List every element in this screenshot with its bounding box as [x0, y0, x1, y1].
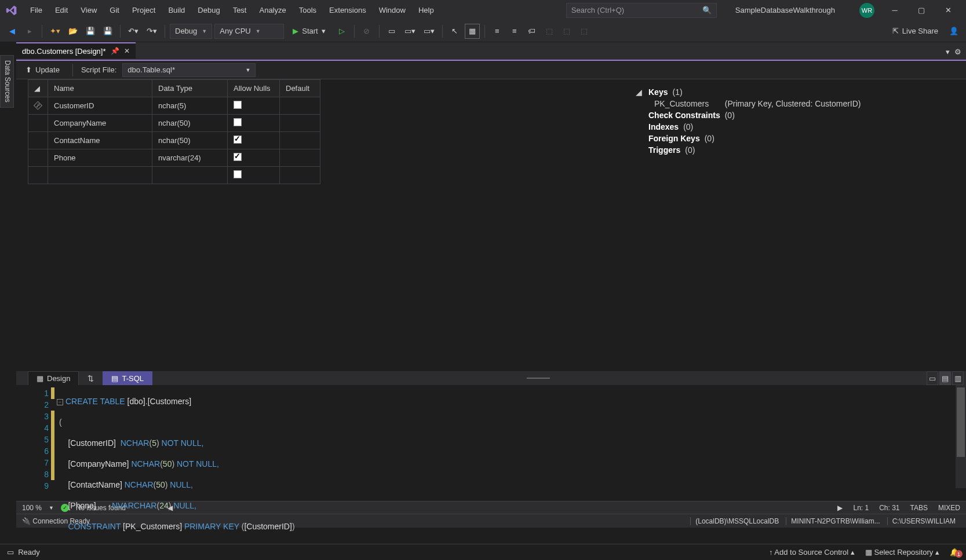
redo-button[interactable]: ↷▾ [144, 24, 160, 39]
designer-tab[interactable]: dbo.Customers [Design]* 📌 ✕ [16, 42, 136, 58]
menu-debug[interactable]: Debug [192, 3, 225, 17]
menu-analyze[interactable]: Analyze [253, 3, 291, 17]
tb-icon-2[interactable]: ▭ [384, 24, 399, 39]
line-gutter: 1 2 3 4 5 6 7 8 9 [16, 385, 57, 501]
quick-launch-search[interactable]: Search (Ctrl+Q) 🔍 [566, 3, 717, 18]
layout-icon-1[interactable]: ▭ [927, 371, 938, 385]
minimize-button[interactable]: ─ [881, 0, 908, 20]
tb-icon-9[interactable]: 🏷 [524, 24, 539, 39]
menu-tools[interactable]: Tools [293, 3, 322, 17]
tb-icon-4[interactable]: ▭▾ [421, 24, 438, 39]
design-tab[interactable]: ▦Design [28, 371, 79, 385]
save-button[interactable]: 💾 [83, 24, 98, 39]
document-area: dbo.Customers [Design]* 📌 ✕ ▾ ⚙ ⬆ Update… [16, 42, 966, 528]
title-bar: File Edit View Git Project Build Debug T… [0, 0, 966, 20]
tb-icon-10[interactable]: ⬚ [542, 24, 557, 39]
code-text[interactable]: −CREATE TABLE [dbo].[Customers] ( [Custo… [57, 385, 966, 501]
menu-file[interactable]: File [24, 3, 48, 17]
save-all-button[interactable]: 💾 [100, 24, 115, 39]
window-controls: ─ ▢ ✕ [881, 0, 961, 20]
gear-icon[interactable]: ⚙ [954, 47, 961, 56]
dropdown-icon[interactable]: ▾ [946, 47, 950, 56]
menu-edit[interactable]: Edit [49, 3, 74, 17]
tb-icon-1[interactable]: ⊘ [359, 24, 374, 39]
menu-extensions[interactable]: Extensions [323, 3, 372, 17]
nav-forward-button[interactable]: ▸ [22, 24, 37, 39]
script-file-combo[interactable]: dbo.Table.sql*▼ [122, 63, 256, 77]
close-window-button[interactable]: ✕ [935, 0, 961, 20]
upload-icon: ⬆ [25, 65, 32, 74]
tb-icon-12[interactable]: ⬚ [577, 24, 592, 39]
tsql-tab[interactable]: ▤T-SQL [103, 371, 152, 385]
col-header-default[interactable]: Default [280, 80, 320, 97]
add-source-control[interactable]: ↑ Add to Source Control ▴ [769, 548, 855, 557]
menu-help[interactable]: Help [413, 3, 440, 17]
menu-project[interactable]: Project [126, 3, 161, 17]
menu-git[interactable]: Git [104, 3, 125, 17]
main-toolbar: ◀ ▸ ✦▾ 📂 💾 💾 ↶▾ ↷▾ Debug▼ Any CPU▼ ▶Star… [0, 20, 966, 42]
allow-nulls-checkbox[interactable] [234, 101, 242, 109]
menu-build[interactable]: Build [162, 3, 191, 17]
tb-icon-3[interactable]: ▭▾ [402, 24, 418, 39]
start-debug-button[interactable]: ▶Start▾ [286, 24, 331, 39]
columns-grid[interactable]: ◢ Name Data Type Allow Nulls Default ⚿ C… [16, 79, 624, 371]
sql-editor[interactable]: 1 2 3 4 5 6 7 8 9 −CREATE TABLE [dbo].[C… [16, 385, 966, 501]
table-row[interactable]: ContactName nchar(50) [28, 132, 320, 149]
allow-nulls-checkbox[interactable] [234, 153, 242, 161]
feedback-button[interactable]: 👤 [946, 24, 961, 39]
table-row[interactable]: CompanyName nchar(50) [28, 115, 320, 132]
select-repository[interactable]: ▦ Select Repository ▴ [865, 548, 939, 557]
swap-tab[interactable]: ⇅ [79, 371, 103, 385]
allow-nulls-checkbox[interactable] [234, 136, 242, 144]
status-icon: ▭ [7, 548, 14, 557]
undo-button[interactable]: ↶▾ [125, 24, 141, 39]
tb-icon-6[interactable]: ▦ [465, 24, 480, 39]
open-file-button[interactable]: 📂 [65, 24, 81, 39]
start-without-debug-button[interactable]: ▷ [334, 24, 349, 39]
nav-back-button[interactable]: ◀ [5, 24, 20, 39]
splitter-handle[interactable] [521, 371, 556, 385]
tb-icon-5[interactable]: ↖ [447, 24, 462, 39]
pin-icon[interactable]: 📌 [111, 47, 119, 55]
config-combo[interactable]: Debug▼ [170, 24, 212, 39]
user-avatar[interactable]: WR [859, 3, 874, 18]
table-row[interactable]: Phone nvarchar(24) [28, 149, 320, 167]
close-tab-icon[interactable]: ✕ [124, 47, 130, 55]
vertical-scrollbar[interactable] [956, 385, 966, 488]
menu-window[interactable]: Window [373, 3, 411, 17]
table-row[interactable]: ⚿ CustomerID nchar(5) [28, 97, 320, 115]
tb-icon-7[interactable]: ≡ [490, 24, 505, 39]
row-header-corner: ◢ [28, 80, 48, 97]
grid-icon: ▦ [37, 374, 43, 383]
pk-entry[interactable]: PK_Customers (Primary Key, Clustered: Cu… [636, 98, 954, 109]
platform-combo[interactable]: Any CPU▼ [214, 24, 284, 39]
notifications-button[interactable]: 🔔1 [950, 548, 959, 557]
designer-toolbar: ⬆ Update Script File: dbo.Table.sql*▼ [16, 61, 966, 79]
col-header-nulls[interactable]: Allow Nulls [228, 80, 280, 97]
zoom-level[interactable]: 100 % [22, 504, 42, 512]
menu-test[interactable]: Test [227, 3, 253, 17]
data-sources-tab[interactable]: Data Sources [0, 55, 14, 108]
allow-nulls-checkbox[interactable] [234, 170, 242, 178]
status-text: Ready [18, 548, 40, 557]
col-header-type[interactable]: Data Type [152, 80, 228, 97]
share-icon: ⇱ [892, 27, 899, 35]
fold-icon[interactable]: − [57, 399, 63, 405]
menu-view[interactable]: View [75, 3, 103, 17]
solution-name: SampleDatabaseWalkthrough [730, 3, 841, 17]
status-bar: ▭ Ready ↑ Add to Source Control ▴ ▦ Sele… [0, 544, 966, 560]
layout-icon-2[interactable]: ▤ [939, 371, 951, 385]
tab-title: dbo.Customers [Design]* [22, 47, 106, 56]
collapse-icon[interactable]: ◢ [636, 87, 644, 97]
col-header-name[interactable]: Name [48, 80, 152, 97]
tb-icon-11[interactable]: ⬚ [559, 24, 574, 39]
update-button[interactable]: ⬆ Update [21, 64, 64, 75]
allow-nulls-checkbox[interactable] [234, 118, 242, 126]
maximize-button[interactable]: ▢ [908, 0, 935, 20]
layout-icon-3[interactable]: ▥ [952, 371, 964, 385]
search-placeholder: Search (Ctrl+Q) [571, 6, 624, 14]
tb-icon-8[interactable]: ≡ [507, 24, 522, 39]
live-share-button[interactable]: ⇱ Live Share [887, 27, 944, 35]
new-item-button[interactable]: ✦▾ [47, 24, 63, 39]
table-row-new[interactable] [28, 167, 320, 184]
